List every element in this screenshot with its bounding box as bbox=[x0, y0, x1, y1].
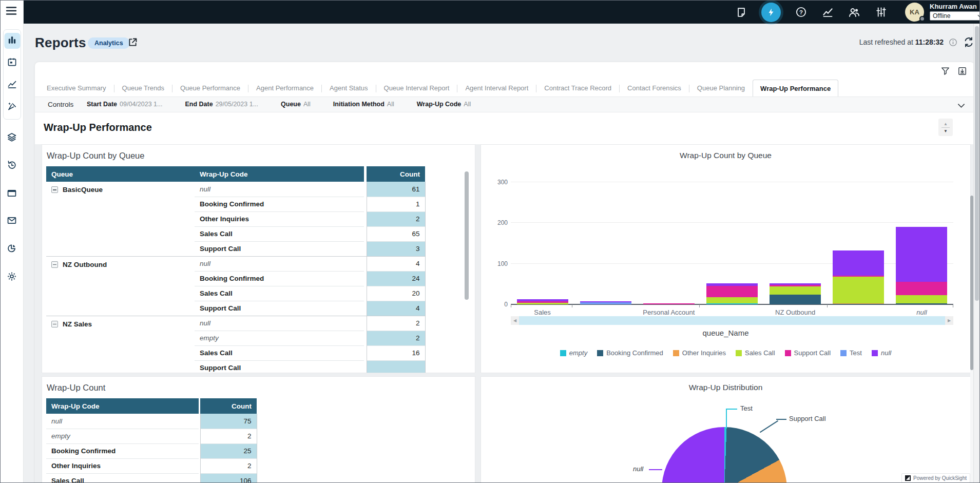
tab-queue-interval-report[interactable]: Queue Interval Report bbox=[376, 79, 457, 96]
tab-queue-planning[interactable]: Queue Planning bbox=[689, 79, 753, 96]
table-row[interactable]: Booking Confirmed25 bbox=[46, 443, 257, 458]
stacked-bar-3[interactable] bbox=[706, 283, 758, 304]
presence-value: Offline bbox=[933, 12, 950, 20]
app-window: ? KA Khurram Awan Offline Reports bbox=[0, 0, 980, 483]
scroll-left-button[interactable]: ◀ bbox=[511, 316, 519, 325]
sidebar-item-email[interactable] bbox=[4, 214, 20, 229]
tab-queue-trends[interactable]: Queue Trends bbox=[114, 79, 172, 96]
tab-queue-performance[interactable]: Queue Performance bbox=[172, 79, 248, 96]
wrapup-code-cell: Other Inquiries bbox=[46, 458, 199, 473]
tab-executive-summary[interactable]: Executive Summary bbox=[39, 79, 114, 96]
column-header[interactable]: Count bbox=[367, 166, 425, 182]
sidebar-item-reports[interactable] bbox=[4, 33, 20, 49]
spinner-down-icon[interactable]: ▼ bbox=[944, 129, 948, 133]
legend-item-booking-confirmed[interactable]: Booking Confirmed bbox=[597, 349, 663, 357]
count-cell: 106 bbox=[200, 473, 257, 483]
bar-segment bbox=[517, 303, 568, 304]
external-link-icon[interactable] bbox=[127, 37, 138, 50]
legend-item-test[interactable]: Test bbox=[840, 349, 862, 357]
tab-contract-trace-record[interactable]: Contract Trace Record bbox=[536, 79, 619, 96]
count-cell: 3 bbox=[367, 241, 425, 256]
pie-label-support-call: Support Call bbox=[789, 415, 826, 422]
controls-bar: Controls Start Date09/04/2023 1...End Da… bbox=[35, 96, 974, 112]
sidebar-item-design[interactable] bbox=[4, 99, 20, 115]
export-download-icon[interactable] bbox=[957, 66, 967, 78]
legend-item-empty[interactable]: empty bbox=[560, 349, 587, 357]
bar-segment bbox=[896, 295, 947, 303]
collapse-minus-icon[interactable] bbox=[51, 321, 58, 327]
table-row[interactable]: BasicQueuenull61 bbox=[46, 182, 425, 197]
pie-chart[interactable] bbox=[662, 427, 787, 483]
table-row[interactable]: null75 bbox=[46, 414, 257, 429]
contacts-icon[interactable] bbox=[848, 6, 861, 19]
analytics-chart-icon[interactable] bbox=[821, 6, 834, 19]
tab-wrap-up-performance[interactable]: Wrap-Up Performance bbox=[753, 80, 838, 97]
collapse-minus-icon[interactable] bbox=[51, 261, 58, 268]
legend-swatch bbox=[872, 350, 878, 356]
sidebar-item-settings[interactable] bbox=[4, 269, 20, 285]
bar-segment bbox=[833, 304, 884, 304]
help-icon[interactable]: ? bbox=[794, 6, 808, 19]
sidebar-item-dashboards[interactable] bbox=[4, 241, 20, 257]
stacked-bar-1[interactable] bbox=[580, 301, 631, 304]
table-row[interactable]: empty2 bbox=[46, 429, 257, 443]
y-axis-tick-label: 300 bbox=[493, 179, 508, 186]
queue-group-cell: BasicQueue bbox=[46, 182, 195, 256]
tab-agent-interval-report[interactable]: Agent Interval Report bbox=[457, 79, 536, 96]
stacked-bar-nz-outbound[interactable] bbox=[770, 283, 821, 304]
table-row[interactable]: Sales Call106 bbox=[46, 473, 257, 483]
pivot-scrollbar-thumb[interactable] bbox=[465, 171, 469, 300]
table-row[interactable]: NZ Outboundnull4 bbox=[46, 256, 425, 271]
legend-item-other-inquiries[interactable]: Other Inquiries bbox=[673, 349, 726, 357]
layers-icon bbox=[7, 132, 17, 145]
sidebar-item-history[interactable] bbox=[4, 158, 20, 174]
presence-select[interactable]: Offline bbox=[930, 11, 980, 21]
scrollbar-track[interactable] bbox=[519, 316, 945, 325]
column-header[interactable]: Wrap-Up Code bbox=[46, 398, 199, 414]
bar-segment bbox=[896, 227, 947, 282]
scroll-right-button[interactable]: ▶ bbox=[945, 316, 953, 325]
stacked-bar-null[interactable] bbox=[896, 227, 947, 304]
analytics-badge: Analytics bbox=[88, 37, 130, 49]
filter-initiation-method[interactable]: Initiation MethodAll bbox=[333, 101, 394, 108]
sidebar-item-layers[interactable] bbox=[4, 130, 20, 146]
tab-agent-status[interactable]: Agent Status bbox=[322, 79, 375, 96]
filter-funnel-icon[interactable] bbox=[940, 66, 950, 78]
controls-collapse-chevron-icon[interactable] bbox=[957, 101, 965, 110]
column-header[interactable]: Count bbox=[200, 398, 257, 414]
column-header[interactable]: Wrap-Up Code bbox=[195, 166, 364, 182]
filter-start-date[interactable]: Start Date09/04/2023 1... bbox=[87, 101, 162, 108]
filter-queue[interactable]: QueueAll bbox=[281, 101, 311, 108]
gear-icon bbox=[7, 271, 17, 284]
tab-agent-performance[interactable]: Agent Performance bbox=[248, 79, 321, 96]
quick-actions-icon[interactable] bbox=[761, 3, 781, 22]
legend-item-null[interactable]: null bbox=[872, 349, 891, 357]
table-row[interactable]: NZ Salesnull2 bbox=[46, 316, 425, 331]
filter-wrap-up-code[interactable]: Wrap-Up CodeAll bbox=[417, 101, 471, 108]
collapse-minus-icon[interactable] bbox=[51, 186, 58, 193]
user-avatar[interactable]: KA bbox=[905, 3, 924, 22]
menu-hamburger-icon[interactable] bbox=[6, 6, 17, 17]
info-icon[interactable] bbox=[949, 38, 957, 49]
stacked-bar-5[interactable] bbox=[833, 250, 884, 304]
preferences-sliders-icon[interactable] bbox=[874, 6, 888, 19]
column-header[interactable]: Queue bbox=[46, 166, 195, 182]
page-scrollbar-thumb[interactable] bbox=[975, 26, 979, 301]
sidebar-item-workspace[interactable] bbox=[4, 186, 20, 202]
spinner-up-icon[interactable]: ▲ bbox=[944, 122, 948, 126]
legend-item-sales-call[interactable]: Sales Call bbox=[736, 349, 775, 357]
stacked-bar-sales[interactable] bbox=[517, 299, 568, 304]
tab-contact-forensics[interactable]: Contact Forensics bbox=[620, 79, 689, 96]
sidebar-item-insights[interactable] bbox=[4, 77, 20, 93]
legend-label: Other Inquiries bbox=[682, 349, 726, 357]
count-cell: 24 bbox=[367, 271, 425, 286]
filter-end-date[interactable]: End Date29/05/2023 1... bbox=[185, 101, 258, 108]
notes-icon[interactable] bbox=[735, 6, 748, 19]
dashboard-card: Executive SummaryQueue TrendsQueue Perfo… bbox=[35, 62, 974, 483]
sidebar-item-schedule[interactable] bbox=[4, 55, 20, 71]
refresh-icon[interactable] bbox=[963, 36, 974, 50]
stacked-bar-personal-account[interactable] bbox=[643, 303, 695, 304]
table-row[interactable]: Other Inquiries2 bbox=[46, 458, 257, 473]
legend-item-support-call[interactable]: Support Call bbox=[785, 349, 831, 357]
pivot-table: QueueWrap-Up CodeCountBasicQueuenull61Bo… bbox=[46, 166, 426, 373]
